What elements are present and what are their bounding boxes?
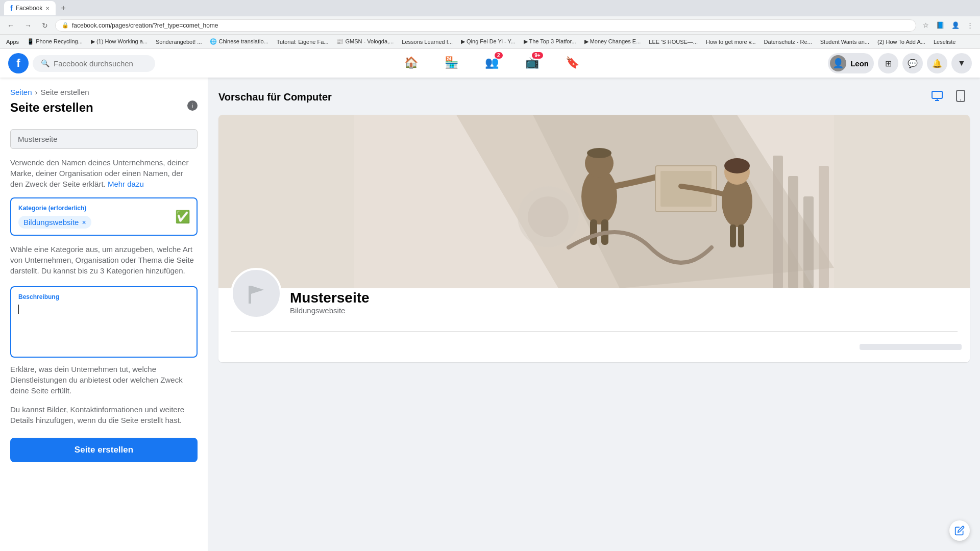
- bookmark-button[interactable]: ☆: [920, 20, 932, 31]
- main-nav: 🏠 🏪 👥 2 📺 9+ 🔖: [159, 49, 824, 78]
- placeholder-bar: [860, 344, 962, 350]
- search-box[interactable]: 🔍: [33, 55, 155, 72]
- category-label: Kategorie (erforderlich): [18, 205, 189, 212]
- bookmark-13[interactable]: Datenschutz - Re...: [762, 38, 814, 46]
- back-button[interactable]: ←: [4, 19, 17, 32]
- breadcrumb-current: Seite erstellen: [41, 88, 89, 96]
- bookmark-15[interactable]: (2) How To Add A...: [875, 38, 927, 46]
- bookmark-6[interactable]: 📰 GMSN - Vologda,...: [334, 37, 396, 46]
- bookmark-9[interactable]: ▶ The Top 3 Platfor...: [522, 37, 578, 46]
- preview-profile: Musterseite Bildungswebsite: [218, 268, 970, 331]
- preview-card: Musterseite Bildungswebsite: [218, 115, 970, 362]
- home-icon: 🏠: [404, 56, 418, 69]
- svg-rect-0: [932, 91, 942, 98]
- facebook-header: f 🔍 🏠 🏪 👥 2 📺 9+ 🔖 👤 Leon ⊞: [0, 49, 980, 78]
- main-content: Seiten › Seite erstellen Seite erstellen…: [0, 78, 980, 551]
- apps-button[interactable]: ⊞: [878, 53, 898, 73]
- user-menu-button[interactable]: 👤 Leon: [828, 53, 874, 73]
- breadcrumb: Seiten › Seite erstellen: [10, 88, 198, 96]
- svg-rect-27: [249, 286, 251, 304]
- description-box[interactable]: Beschreibung: [10, 286, 198, 358]
- facebook-logo: f: [8, 53, 29, 73]
- svg-rect-11: [590, 149, 608, 154]
- preview-header: Vorschau für Computer: [218, 88, 970, 107]
- edit-fab-button[interactable]: [949, 520, 970, 541]
- search-input[interactable]: [54, 59, 145, 68]
- bookmark-10[interactable]: ▶ Money Changes E...: [582, 37, 643, 46]
- bookmark-5[interactable]: Tutorial: Eigene Fa...: [275, 38, 331, 46]
- tab-favicon: f: [10, 4, 13, 12]
- breadcrumb-separator: ›: [35, 88, 38, 96]
- address-bar[interactable]: 🔒 facebook.com/pages/creation/?ref_type=…: [55, 19, 916, 32]
- bookmark-11[interactable]: LEE 'S HOUSE—...: [647, 38, 700, 46]
- description-label: Beschreibung: [18, 293, 189, 300]
- bookmark-12[interactable]: How to get more v...: [704, 38, 758, 46]
- bookmark-3[interactable]: Sonderangebot! ...: [154, 38, 204, 46]
- nav-action-buttons: ☆ 📘 👤 ⋮: [920, 20, 976, 31]
- bookmark-apps[interactable]: Apps: [4, 38, 21, 46]
- more-button[interactable]: ▼: [951, 53, 972, 73]
- field-description: Verwende den Namen deines Unternehmens, …: [10, 157, 198, 189]
- fb-ext-button[interactable]: 📘: [934, 20, 947, 31]
- svg-rect-19: [730, 224, 736, 247]
- category-tag[interactable]: Bildungswebsite ×: [18, 216, 91, 229]
- right-panel: Vorschau für Computer: [208, 78, 980, 551]
- search-icon: 🔍: [41, 59, 50, 67]
- info-icon[interactable]: i: [187, 101, 198, 111]
- bookmark-7[interactable]: Lessons Learned f...: [400, 38, 455, 46]
- preview-title: Vorschau für Computer: [218, 91, 332, 103]
- active-tab[interactable]: f Facebook ✕: [4, 1, 56, 15]
- left-panel: Seiten › Seite erstellen Seite erstellen…: [0, 78, 208, 551]
- forward-button[interactable]: →: [21, 19, 35, 32]
- bookmark-1[interactable]: 📱 Phone Recycling...: [25, 37, 85, 46]
- optional-hint: Du kannst Bilder, Kontaktinformationen u…: [10, 404, 198, 425]
- svg-rect-20: [738, 224, 744, 247]
- tab-title: Facebook: [16, 5, 43, 12]
- nav-watch[interactable]: 📺 9+: [513, 49, 551, 78]
- check-icon: ✅: [175, 210, 190, 224]
- mobile-preview-button[interactable]: [951, 88, 970, 107]
- profile-name: Musterseite: [290, 290, 370, 306]
- svg-marker-28: [251, 286, 264, 294]
- description-hint: Erkläre, was dein Unternehmen tut, welch…: [10, 364, 198, 396]
- browser-tab-bar: f Facebook ✕ +: [0, 0, 980, 16]
- profile-category: Bildungswebsite: [290, 306, 370, 315]
- create-page-button[interactable]: Seite erstellen: [10, 438, 198, 462]
- menu-button[interactable]: ⋮: [964, 20, 976, 31]
- user-ext-button[interactable]: 👤: [949, 20, 962, 31]
- notifications-button[interactable]: 🔔: [927, 53, 947, 73]
- preview-action-bar: [218, 332, 970, 362]
- marketplace-icon: 🏪: [445, 56, 458, 69]
- tab-close-button[interactable]: ✕: [45, 6, 50, 11]
- new-tab-button[interactable]: +: [59, 4, 67, 13]
- profile-placeholder-icon: [243, 281, 269, 306]
- nav-friends[interactable]: 👥 2: [473, 49, 511, 78]
- svg-point-4: [960, 99, 961, 101]
- name-field-area: Musterseite: [10, 129, 198, 149]
- svg-point-18: [724, 158, 750, 173]
- bookmark-leseliste[interactable]: Leseliste: [932, 38, 958, 46]
- messenger-button[interactable]: 💬: [902, 53, 923, 73]
- refresh-button[interactable]: ↻: [39, 19, 51, 32]
- user-name: Leon: [850, 59, 869, 68]
- watch-badge: 9+: [532, 52, 543, 59]
- breadcrumb-parent[interactable]: Seiten: [10, 88, 32, 96]
- category-section: Kategorie (erforderlich) Bildungswebsite…: [10, 197, 198, 236]
- cover-illustration: [218, 115, 970, 288]
- user-avatar: 👤: [830, 55, 846, 71]
- bookmark-14[interactable]: Student Wants an...: [818, 38, 871, 46]
- nav-home[interactable]: 🏠: [392, 49, 430, 78]
- desktop-preview-button[interactable]: [927, 88, 947, 107]
- bookmark-4[interactable]: 🌐 Chinese translatio...: [208, 37, 270, 46]
- description-input[interactable]: [19, 305, 189, 350]
- category-tag-remove[interactable]: ×: [82, 218, 86, 227]
- browser-nav-bar: ← → ↻ 🔒 facebook.com/pages/creation/?ref…: [0, 16, 980, 35]
- nav-saved[interactable]: 🔖: [553, 49, 592, 78]
- header-actions: 👤 Leon ⊞ 💬 🔔 ▼: [828, 53, 972, 73]
- category-box: Kategorie (erforderlich) Bildungswebsite…: [10, 197, 198, 236]
- more-info-link[interactable]: Mehr dazu: [108, 180, 144, 188]
- bookmark-2[interactable]: ▶ (1) How Working a...: [89, 37, 150, 46]
- description-section: Beschreibung: [10, 286, 198, 358]
- bookmark-8[interactable]: ▶ Qing Fei De Yi - Y...: [459, 37, 518, 46]
- nav-marketplace[interactable]: 🏪: [432, 49, 471, 78]
